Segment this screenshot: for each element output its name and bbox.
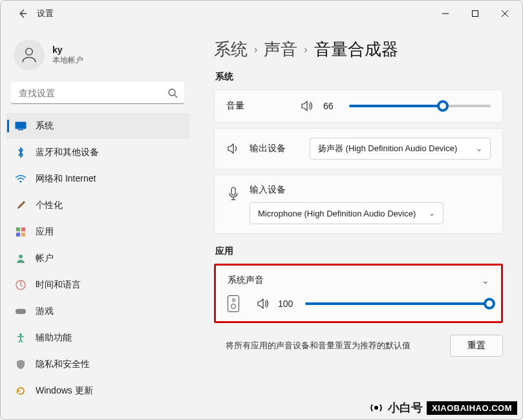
nav-time-language[interactable]: 时间和语言 <box>6 272 189 298</box>
person-icon <box>15 253 27 264</box>
system-sounds-icon <box>228 295 239 312</box>
breadcrumb-mixer: 音量合成器 <box>314 38 398 61</box>
section-title-system: 系统 <box>215 71 503 83</box>
svg-rect-14 <box>16 309 26 314</box>
paintbrush-icon <box>15 200 27 211</box>
chevron-down-icon: ⌄ <box>429 209 435 218</box>
window-title: 设置 <box>37 8 54 19</box>
nav-apps[interactable]: 应用 <box>6 219 189 245</box>
nav-label: 帐户 <box>36 253 54 264</box>
output-device-label: 输出设备 <box>250 143 286 154</box>
svg-rect-16 <box>231 187 235 195</box>
input-device-select[interactable]: Microphone (High Definition Audio Device… <box>250 202 443 224</box>
update-icon <box>15 385 27 397</box>
sidebar: ky 本地帐户 系统 蓝牙和其他设备 网络和 Internet <box>1 26 195 419</box>
nav-privacy[interactable]: 隐私和安全性 <box>6 352 189 377</box>
output-device-value: 扬声器 (High Definition Audio Device) <box>318 143 457 154</box>
svg-point-7 <box>20 181 22 183</box>
nav-label: 蓝牙和其他设备 <box>36 147 99 158</box>
chevron-down-icon[interactable]: ⌄ <box>482 275 489 286</box>
svg-rect-10 <box>16 233 20 236</box>
system-sounds-volume-value: 100 <box>278 299 297 309</box>
reset-button[interactable]: 重置 <box>450 335 503 357</box>
volume-card: 音量 66 <box>214 89 503 123</box>
volume-value: 66 <box>323 101 340 111</box>
nav-label: 游戏 <box>36 306 54 317</box>
svg-rect-1 <box>473 11 478 17</box>
titlebar: 设置 <box>1 1 522 26</box>
chevron-right-icon: › <box>304 44 307 56</box>
svg-point-19 <box>374 406 378 410</box>
svg-rect-9 <box>21 227 25 231</box>
reset-row: 将所有应用的声音设备和音量重置为推荐的默认值 重置 <box>214 328 503 357</box>
nav-windows-update[interactable]: Windows 更新 <box>6 378 189 404</box>
input-device-value: Microphone (High Definition Audio Device… <box>258 209 416 218</box>
search-icon <box>167 88 178 98</box>
svg-rect-11 <box>21 233 25 236</box>
speaker-icon[interactable] <box>256 297 270 311</box>
nav-gaming[interactable]: 游戏 <box>6 299 189 324</box>
volume-label: 音量 <box>226 100 291 112</box>
system-sounds-slider[interactable] <box>305 302 489 305</box>
bluetooth-icon <box>15 147 27 158</box>
close-button[interactable] <box>490 3 520 24</box>
svg-rect-8 <box>16 227 20 231</box>
nav-personalization[interactable]: 个性化 <box>6 193 189 218</box>
output-device-select[interactable]: 扬声器 (High Definition Audio Device) ⌄ <box>310 138 491 160</box>
nav: 系统 蓝牙和其他设备 网络和 Internet 个性化 应用 帐户 <box>6 113 189 404</box>
user-name: ky <box>52 45 83 55</box>
svg-point-3 <box>169 89 175 96</box>
back-button[interactable] <box>16 7 29 20</box>
user-account-row[interactable]: ky 本地帐户 <box>6 34 189 82</box>
output-device-card: 输出设备 扬声器 (High Definition Audio Device) … <box>214 128 503 169</box>
system-sounds-card: 系统声音 ⌄ 100 <box>214 264 503 323</box>
nav-label: 应用 <box>36 226 54 238</box>
clock-globe-icon <box>15 279 27 291</box>
nav-label: Windows 更新 <box>36 385 93 397</box>
user-subtitle: 本地帐户 <box>52 55 83 66</box>
nav-label: 隐私和安全性 <box>36 359 90 370</box>
nav-label: 系统 <box>36 120 54 132</box>
speaker-icon[interactable] <box>300 99 314 113</box>
minimize-button[interactable] <box>431 3 460 24</box>
system-sounds-title: 系统声音 <box>228 275 264 286</box>
nav-label: 网络和 Internet <box>36 173 96 185</box>
nav-system[interactable]: 系统 <box>6 113 189 139</box>
svg-point-2 <box>26 48 33 56</box>
chevron-down-icon: ⌄ <box>476 144 482 153</box>
nav-accessibility[interactable]: 辅助功能 <box>6 325 189 351</box>
reset-description: 将所有应用的声音设备和音量重置为推荐的默认值 <box>226 339 437 352</box>
wifi-icon <box>15 173 27 185</box>
search-input[interactable] <box>11 82 184 104</box>
svg-rect-6 <box>18 129 23 131</box>
nav-network[interactable]: 网络和 Internet <box>6 166 189 192</box>
watermark: 小白号 XIAOBAIHAO.COM <box>368 400 517 415</box>
svg-point-12 <box>19 255 23 258</box>
nav-bluetooth[interactable]: 蓝牙和其他设备 <box>6 140 189 165</box>
input-device-label: 输入设备 <box>250 184 491 196</box>
breadcrumb-system[interactable]: 系统 <box>214 38 248 61</box>
nav-label: 辅助功能 <box>36 332 72 344</box>
nav-accounts[interactable]: 帐户 <box>6 246 189 271</box>
breadcrumb: 系统 › 声音 › 音量合成器 <box>214 38 503 61</box>
chevron-right-icon: › <box>254 44 257 56</box>
volume-slider[interactable] <box>349 105 491 107</box>
input-device-card: 输入设备 Microphone (High Definition Audio D… <box>214 174 503 234</box>
apps-icon <box>15 226 27 238</box>
shield-icon <box>15 359 27 370</box>
section-title-apps: 应用 <box>215 246 503 257</box>
breadcrumb-sound[interactable]: 声音 <box>264 38 297 61</box>
svg-line-4 <box>175 95 177 98</box>
maximize-button[interactable] <box>460 3 490 24</box>
svg-point-15 <box>19 333 22 336</box>
speaker-icon <box>226 142 240 156</box>
watermark-cn: 小白号 <box>388 400 423 415</box>
main-content: 系统 › 声音 › 音量合成器 系统 音量 66 <box>195 26 522 419</box>
nav-label: 时间和语言 <box>36 279 81 291</box>
accessibility-icon <box>15 332 27 344</box>
watermark-en: XIAOBAIHAO.COM <box>427 401 517 415</box>
microphone-icon <box>226 187 240 201</box>
svg-rect-5 <box>16 122 27 129</box>
avatar <box>14 39 45 70</box>
gamepad-icon <box>15 306 27 317</box>
